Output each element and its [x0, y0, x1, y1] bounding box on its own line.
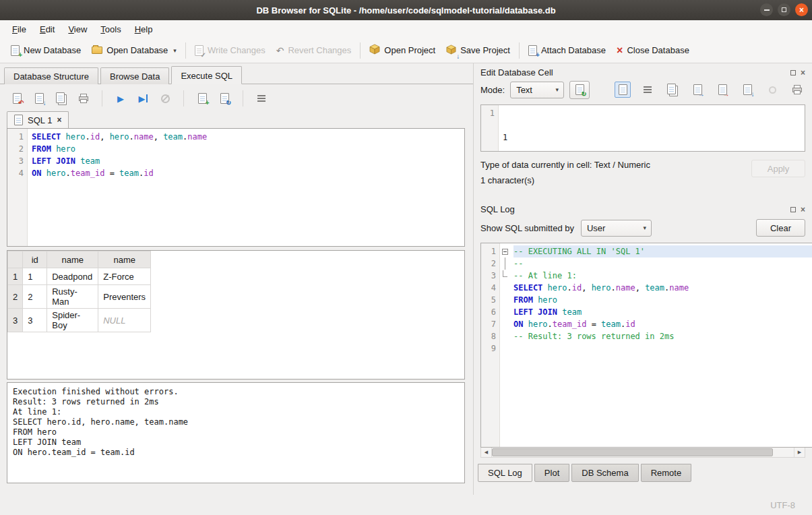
cell-editor[interactable]: 1 1: [480, 104, 805, 152]
tab-db-schema[interactable]: DB Schema: [571, 464, 638, 482]
result-cell[interactable]: Spider-Boy: [47, 309, 98, 332]
sql-log-filter-label: Show SQL submitted by: [480, 223, 574, 233]
scroll-left-icon[interactable]: ◀: [481, 448, 492, 457]
scrollbar-thumb[interactable]: [492, 448, 773, 456]
save-project-label: Save Project: [460, 45, 510, 55]
sql-tab-close-icon[interactable]: ×: [57, 115, 61, 125]
word-wrap-button[interactable]: [639, 82, 656, 98]
scroll-right-icon[interactable]: ▶: [794, 448, 805, 457]
sql-log-close-icon[interactable]: ×: [801, 206, 805, 214]
results-column-header[interactable]: name: [98, 251, 151, 268]
export-cell-icon: →: [718, 84, 727, 95]
edit-cell-undock-icon[interactable]: [790, 70, 796, 75]
results-table[interactable]: idnamename11DeadpondZ-Force22Rusty-ManPr…: [7, 251, 151, 332]
results-box: idnamename11DeadpondZ-Force22Rusty-ManPr…: [7, 250, 465, 380]
result-cell[interactable]: Preventers: [98, 285, 151, 309]
sql-log-undock-icon[interactable]: [790, 207, 796, 212]
mode-caret-icon: ▾: [556, 86, 559, 93]
mode-select[interactable]: Text ▾: [510, 82, 564, 98]
result-cell[interactable]: Deadpond: [47, 268, 98, 285]
sql-log-hscrollbar[interactable]: ◀ ▶: [480, 448, 805, 458]
tab-remote[interactable]: Remote: [641, 464, 692, 482]
sql-log-filter-select[interactable]: User ▾: [581, 220, 652, 237]
menu-tools[interactable]: Tools: [94, 22, 127, 37]
bottom-tab-bar: SQL Log Plot DB Schema Remote: [474, 458, 812, 482]
results-corner[interactable]: [8, 251, 23, 268]
open-sql-tab-icon: ↻: [220, 93, 229, 104]
execute-all-button[interactable]: ▶: [113, 91, 128, 106]
row-number[interactable]: 3: [8, 309, 23, 332]
save-project-icon: ↓: [446, 44, 456, 57]
copy-cell-button[interactable]: [664, 82, 681, 98]
execute-all-icon: ▶: [117, 94, 124, 103]
result-cell[interactable]: NULL: [98, 309, 151, 332]
edit-cell-close-icon[interactable]: ×: [801, 69, 805, 77]
cell-editor-gutter: 1: [481, 105, 499, 151]
tab-sql-log[interactable]: SQL Log: [478, 464, 532, 482]
sql-tab[interactable]: SQL 1 ×: [7, 111, 69, 128]
tab-execute-sql[interactable]: Execute SQL: [171, 66, 242, 84]
clear-log-button[interactable]: Clear: [756, 219, 805, 237]
save-sql-as-button[interactable]: [54, 91, 69, 106]
text-mode-button[interactable]: [615, 82, 631, 98]
open-project-button[interactable]: Open Project: [364, 40, 441, 61]
save-sql-file-button[interactable]: ↓: [32, 91, 46, 106]
export-cell-button[interactable]: →: [714, 82, 730, 98]
sql-toolbar: ↶ ↓ ▶ ▶ + ↻: [0, 84, 473, 110]
results-column-header[interactable]: name: [47, 251, 98, 268]
print-cell-button[interactable]: [789, 82, 805, 98]
open-database-label: Open Database: [106, 45, 168, 55]
result-cell[interactable]: Z-Force: [98, 268, 151, 285]
revert-changes-button: ↶ Revert Changes: [271, 41, 357, 59]
result-cell[interactable]: Rusty-Man: [47, 285, 98, 309]
row-number[interactable]: 1: [8, 268, 23, 285]
menu-edit[interactable]: Edit: [33, 22, 61, 37]
result-cell[interactable]: 3: [23, 309, 47, 332]
open-database-button[interactable]: Open Database ▾: [86, 41, 182, 59]
open-sql-file-button[interactable]: ↶: [9, 91, 24, 106]
format-sql-button[interactable]: [254, 91, 269, 106]
results-column-header[interactable]: id: [23, 251, 47, 268]
maximize-button[interactable]: [778, 3, 790, 16]
text-mode-icon: [619, 84, 627, 95]
cell-char-count: 1 character(s): [480, 175, 751, 185]
tab-plot[interactable]: Plot: [534, 464, 569, 482]
tab-browse-data[interactable]: Browse Data: [100, 67, 169, 84]
save-cell-button[interactable]: ↓: [739, 82, 755, 98]
close-database-button[interactable]: × Close Database: [611, 41, 695, 60]
execute-line-button[interactable]: ▶: [135, 91, 150, 106]
window-controls: ×: [760, 3, 808, 16]
open-project-label: Open Project: [384, 45, 435, 55]
encoding-indicator: UTF-8: [770, 500, 795, 510]
open-sql-tab-button[interactable]: ↻: [217, 91, 232, 106]
print-sql-button[interactable]: [76, 91, 91, 106]
new-database-button[interactable]: + New Database: [5, 41, 86, 60]
menu-view[interactable]: View: [61, 22, 94, 37]
save-project-button[interactable]: ↓ Save Project: [441, 40, 516, 61]
titlebar: DB Browser for SQLite - /home/user/code/…: [0, 0, 812, 20]
open-database-dropdown-icon[interactable]: ▾: [173, 47, 177, 54]
tab-database-structure[interactable]: Database Structure: [4, 67, 98, 84]
import-text-button[interactable]: ↻: [569, 81, 590, 99]
result-cell[interactable]: 2: [23, 285, 47, 309]
sql-editor[interactable]: 1234 SELECT hero.id, hero.name, team.nam…: [7, 129, 464, 246]
sql-log-editor[interactable]: 123456789 -- EXECUTING ALL IN 'SQL 1'---…: [480, 243, 812, 448]
close-button[interactable]: ×: [795, 3, 808, 16]
main-tab-bar: Database Structure Browse Data Execute S…: [0, 63, 473, 84]
cell-editor-content[interactable]: 1: [499, 105, 805, 151]
execution-log[interactable]: Execution finished without errors. Resul…: [7, 382, 465, 483]
minimize-button[interactable]: [760, 3, 773, 16]
result-cell[interactable]: 1: [23, 268, 47, 285]
sql-editor-code[interactable]: SELECT hero.id, hero.name, team.nameFROM…: [28, 129, 464, 246]
sql-log-code[interactable]: -- EXECUTING ALL IN 'SQL 1'---- At line …: [509, 243, 812, 447]
import-cell-button[interactable]: →: [689, 82, 706, 98]
menu-file[interactable]: File: [5, 22, 33, 37]
new-sql-tab-button[interactable]: +: [195, 91, 210, 106]
row-number[interactable]: 2: [8, 285, 23, 309]
copy-cell-icon: [667, 84, 676, 94]
apply-button[interactable]: Apply: [751, 160, 805, 177]
attach-database-button[interactable]: + Attach Database: [523, 41, 611, 60]
scrollbar-track[interactable]: [492, 448, 794, 457]
menu-help[interactable]: Help: [128, 22, 160, 37]
sql-log-fold-column[interactable]: [500, 243, 509, 447]
